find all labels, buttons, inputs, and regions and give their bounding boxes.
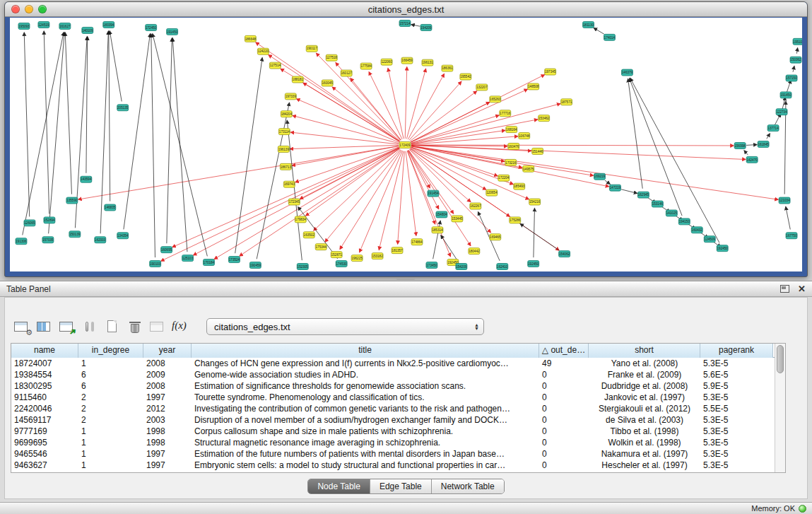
vertical-scrollbar[interactable] <box>775 344 785 472</box>
network-node[interactable]: 126065 <box>24 220 35 226</box>
network-node[interactable]: 153462 <box>539 115 550 122</box>
network-edge[interactable] <box>369 72 402 139</box>
network-node[interactable]: 166459 <box>401 57 413 64</box>
network-node[interactable]: 177716 <box>500 110 511 117</box>
tab-edge-table[interactable]: Edge Table <box>370 479 432 493</box>
network-edge[interactable] <box>520 223 559 250</box>
network-edge[interactable] <box>316 53 400 140</box>
network-node[interactable]: 149575 <box>523 165 534 172</box>
network-node[interactable]: 160695 <box>161 247 172 253</box>
network-node[interactable]: 186361 <box>442 65 453 71</box>
show-columns-icon[interactable] <box>35 317 54 336</box>
network-node[interactable]: 106748 <box>519 133 530 139</box>
network-node[interactable]: 196139 <box>278 146 289 152</box>
zoom-window-button[interactable] <box>38 5 47 13</box>
network-edge[interactable] <box>782 97 786 110</box>
network-edge[interactable] <box>410 91 476 141</box>
column-header-year[interactable]: year <box>143 344 192 358</box>
network-node[interactable]: 174530 <box>336 261 347 267</box>
network-node[interactable]: 150139 <box>69 231 81 238</box>
network-node[interactable]: 195542 <box>460 74 471 80</box>
network-edge[interactable] <box>23 33 64 235</box>
network-node[interactable]: 135590 <box>66 197 78 204</box>
network-node[interactable]: 173450 <box>426 262 437 269</box>
new-table-icon[interactable] <box>102 317 122 336</box>
network-node[interactable]: 167750 <box>786 233 797 239</box>
network-window-titlebar[interactable]: citations_edges.txt <box>5 2 807 17</box>
network-node[interactable]: 186648 <box>245 35 256 42</box>
column-header-pagerank[interactable]: pagerank <box>700 344 773 358</box>
table-row[interactable]: 2242004622012Investigating the contribut… <box>11 403 775 414</box>
network-node[interactable]: 142470 <box>746 156 758 163</box>
network-node[interactable]: 187571 <box>561 99 572 105</box>
network-node[interactable]: 179834 <box>295 216 306 223</box>
network-node[interactable]: 191454 <box>428 190 439 197</box>
network-node[interactable]: 194209 <box>420 24 432 30</box>
network-edge[interactable] <box>100 31 108 233</box>
network-edge[interactable] <box>290 145 399 148</box>
network-node[interactable]: 153182 <box>372 253 383 259</box>
network-edge[interactable] <box>240 148 400 256</box>
network-node[interactable]: 177584 <box>360 63 372 69</box>
network-edge[interactable] <box>24 33 29 217</box>
network-node[interactable]: 174864 <box>411 239 423 245</box>
network-node[interactable]: 185314 <box>432 227 443 233</box>
network-node[interactable]: 190103 <box>150 261 161 267</box>
network-node[interactable]: 195093 <box>18 23 30 29</box>
network-node[interactable]: 160127 <box>341 70 352 76</box>
network-edge[interactable] <box>235 58 262 254</box>
network-node[interactable]: 162003 <box>95 237 106 243</box>
network-node[interactable]: 124519 <box>38 21 49 28</box>
column-header-in_degree[interactable]: in_degree <box>78 344 143 358</box>
table-row[interactable]: 1830029562008Estimation of significance … <box>11 380 775 392</box>
network-edge[interactable] <box>411 130 505 144</box>
network-node[interactable]: 147219 <box>609 185 620 191</box>
network-node[interactable]: 134354 <box>117 233 129 239</box>
network-node[interactable]: 154216 <box>529 199 541 205</box>
network-edge[interactable] <box>744 151 748 155</box>
network-edge[interactable] <box>351 78 401 141</box>
close-window-button[interactable] <box>11 5 20 13</box>
network-edge[interactable] <box>44 31 49 214</box>
network-node[interactable]: 172204 <box>498 175 510 181</box>
table-row[interactable]: 946554611997Estimation of the future num… <box>11 448 775 460</box>
network-edge[interactable] <box>411 145 746 159</box>
network-edge[interactable] <box>109 31 110 201</box>
network-node[interactable]: 188181 <box>292 76 303 83</box>
network-edge[interactable] <box>153 34 208 257</box>
network-node[interactable]: 183394 <box>103 21 114 28</box>
network-node[interactable]: 173216 <box>505 159 517 165</box>
network-edge[interactable] <box>406 151 416 235</box>
network-edge[interactable] <box>630 78 719 243</box>
network-node[interactable]: 191450 <box>167 28 178 35</box>
network-edge[interactable] <box>287 120 302 260</box>
network-edge[interactable] <box>406 69 425 139</box>
network-edge[interactable] <box>325 150 401 242</box>
network-node[interactable]: 162410 <box>497 264 508 270</box>
network-edge[interactable] <box>594 28 604 35</box>
column-header-short[interactable]: short <box>589 344 700 358</box>
network-edge[interactable] <box>49 33 65 233</box>
network-edge[interactable] <box>410 149 471 202</box>
network-edge[interactable] <box>360 151 403 252</box>
network-canvas[interactable]: 1724091881811973391842041731141961391867… <box>10 18 802 271</box>
network-node[interactable]: 172409 <box>399 142 411 148</box>
network-node[interactable]: 154804 <box>436 211 447 218</box>
network-edge[interactable] <box>746 145 757 146</box>
network-node[interactable]: 161627 <box>59 23 71 29</box>
network-node[interactable]: 173114 <box>278 129 290 135</box>
network-node[interactable]: 160432 <box>691 227 702 233</box>
export-table-icon[interactable]: ➔ <box>57 317 76 336</box>
network-node[interactable]: 124220 <box>257 48 269 54</box>
network-edge[interactable] <box>787 80 791 93</box>
network-node[interactable]: 161845 <box>758 141 769 148</box>
network-edge[interactable] <box>411 146 778 199</box>
close-panel-icon[interactable]: ✕ <box>798 285 806 293</box>
float-panel-icon[interactable] <box>780 285 789 293</box>
network-node[interactable]: 151446 <box>532 148 543 154</box>
table-row[interactable]: 1456911722003Disruption of a novel membe… <box>11 414 775 426</box>
network-node[interactable]: 196131 <box>422 59 433 66</box>
network-node[interactable]: 195103 <box>793 38 802 45</box>
tab-network-table[interactable]: Network Table <box>432 479 504 493</box>
network-node[interactable]: 146379 <box>621 69 632 76</box>
